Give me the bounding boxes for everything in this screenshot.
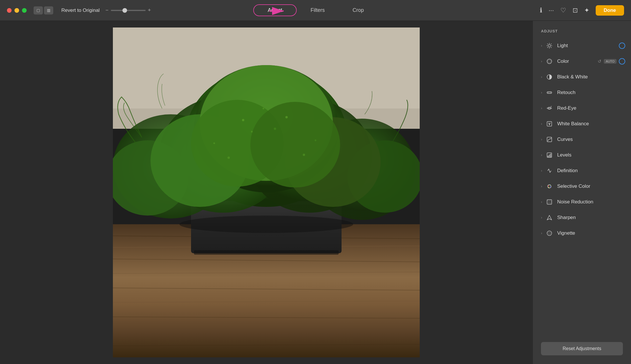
active-indicator [619,43,625,49]
svg-point-37 [315,139,316,141]
adjust-item-icon-vignette [546,229,553,237]
svg-point-74 [548,202,549,203]
svg-rect-64 [550,154,551,157]
more-options-icon[interactable]: ··· [549,7,554,14]
share-icon[interactable]: ⊡ [573,7,578,14]
reset-icon[interactable]: ↺ [598,59,601,64]
svg-point-56 [549,107,550,109]
zoom-thumb [122,8,127,13]
reset-adjustments-button[interactable]: Reset Adjustments [541,342,623,355]
chevron-right-icon: › [541,216,542,220]
adjust-item-icon-black-white [546,73,553,81]
adjust-item-label-noise-reduction: Noise Reduction [557,199,625,205]
zoom-minus-icon[interactable]: − [105,7,109,13]
chevron-right-icon: › [541,231,542,235]
adjust-item-label-color: Color [557,58,598,64]
chevron-right-icon: › [541,44,542,48]
svg-point-76 [551,202,551,202]
adjust-item-retouch[interactable]: › Retouch [533,85,631,100]
adjust-item-label-vignette: Vignette [557,230,625,236]
photo-canvas [113,27,420,357]
svg-line-48 [547,47,548,48]
adjust-list: › Light › [533,38,631,336]
svg-point-34 [251,131,253,133]
adjust-item-icon-white-balance [546,120,553,128]
chevron-right-icon: › [541,122,542,126]
chevron-right-icon: › [541,184,542,188]
adjust-item-selective-color[interactable]: › Selective Color [533,179,631,194]
active-indicator [619,58,625,65]
adjust-item-label-retouch: Retouch [557,90,625,95]
svg-point-30 [250,102,340,187]
adjust-item-curves[interactable]: › Curves [533,132,631,147]
main-content: ADJUST › Light › [0,21,631,364]
svg-point-32 [263,108,264,109]
view-toggle-single[interactable]: ▢ [34,6,43,14]
svg-point-31 [242,119,244,121]
adjust-item-light[interactable]: › Light [533,38,631,54]
chevron-right-icon: › [541,169,542,173]
adjust-item-black-white[interactable]: › Black & White [533,69,631,85]
adjust-item-levels[interactable]: › Levels [533,147,631,163]
svg-point-38 [228,157,230,159]
chevron-right-icon: › [541,75,542,79]
fullscreen-button[interactable] [22,8,27,13]
svg-point-55 [550,92,551,93]
adjust-item-noise-reduction[interactable]: › Noise Reduction [533,194,631,210]
adjust-item-sharpen[interactable]: › Sharpen [533,210,631,225]
adjust-item-white-balance[interactable]: › White Balance [533,116,631,132]
crop-tab[interactable]: Crop [339,5,378,16]
svg-point-80 [548,232,551,234]
svg-point-39 [303,154,305,156]
revert-to-original-button[interactable]: Revert to Original [61,8,100,13]
svg-point-49 [547,59,552,64]
svg-line-57 [551,106,551,107]
adjust-item-label-levels: Levels [557,152,625,158]
adjust-item-red-eye[interactable]: › Red-Eye [533,100,631,116]
close-button[interactable] [7,8,12,13]
svg-point-73 [550,200,551,201]
filters-tab[interactable]: Filters [297,5,339,16]
photo-image [113,27,420,357]
panel-header: ADJUST [533,21,631,38]
svg-point-79 [547,231,552,236]
done-button[interactable]: Done [596,5,624,16]
adjust-item-icon-definition [546,167,553,174]
zoom-plus-icon[interactable]: + [148,7,151,13]
adjust-item-label-sharpen: Sharpen [557,215,625,220]
adjust-item-definition[interactable]: › Definition [533,163,631,179]
zoom-slider[interactable] [111,10,146,11]
adjust-item-color[interactable]: › Color ↺ AUTO [533,54,631,69]
svg-point-50 [548,60,551,63]
svg-point-33 [285,116,288,118]
chevron-right-icon: › [541,137,542,141]
heart-icon[interactable]: ♡ [560,7,566,14]
svg-point-71 [548,200,548,201]
svg-rect-63 [549,155,550,157]
svg-point-77 [548,203,549,204]
adjust-item-label-definition: Definition [557,168,625,174]
chevron-right-icon: › [541,106,542,110]
auto-badge: AUTO [604,59,617,64]
adjust-item-icon-selective-color [546,183,553,190]
view-toggle-split[interactable]: ▥ [44,6,53,14]
adjust-item-icon-retouch [546,89,553,96]
svg-point-78 [550,203,551,204]
right-panel: ADJUST › Light › [533,21,631,364]
adjust-item-label-light: Light [557,43,619,49]
svg-point-35 [274,128,276,130]
svg-point-72 [549,201,549,201]
info-icon[interactable]: ℹ [540,7,542,14]
center-nav: Adjust Filters Crop [253,4,378,16]
adjust-item-label-white-balance: White Balance [557,121,625,127]
adjust-item-controls: ↺ AUTO [598,58,625,65]
right-toolbar: ℹ ··· ♡ ⊡ ✦ Done [540,5,624,16]
titlebar: ▢ ▥ Revert to Original − + Adjust Filter… [0,0,631,21]
minimize-button[interactable] [14,8,19,13]
svg-rect-62 [548,156,549,157]
adjust-item-icon-noise-reduction [546,198,553,206]
adjust-item-label-curves: Curves [557,137,625,142]
sparkle-icon[interactable]: ✦ [584,7,589,14]
adjust-item-vignette[interactable]: › Vignette [533,225,631,241]
adjust-tab[interactable]: Adjust [253,4,297,16]
